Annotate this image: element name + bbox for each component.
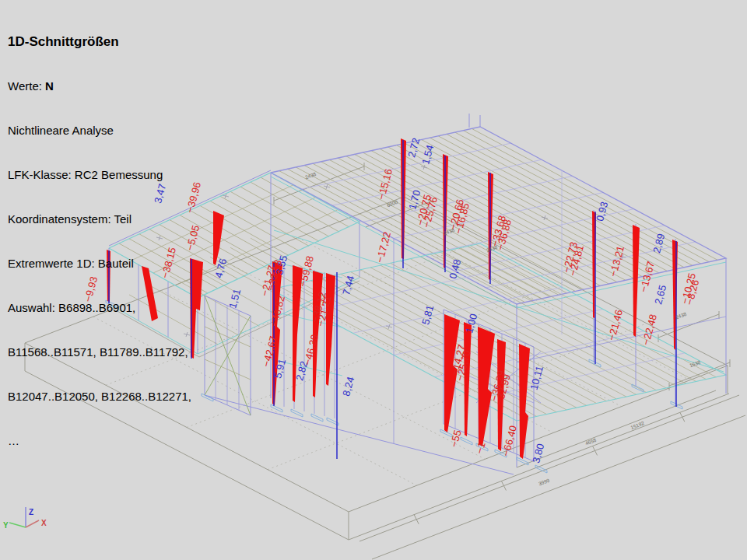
force-value-label: 2,89	[651, 233, 667, 254]
force-value-label: 1,51	[226, 288, 243, 310]
force-value-label: 0,48	[447, 258, 463, 280]
force-value-label: −55	[448, 429, 464, 448]
force-value-label: 1,54	[419, 144, 436, 166]
force-value-label: 2,72	[405, 137, 422, 159]
force-value-label: −1	[473, 441, 487, 455]
force-value-label: 2,65	[652, 284, 668, 306]
force-value-label: 0,93	[594, 201, 610, 222]
force-value-label: 5,81	[419, 304, 436, 326]
force-value-label: −13,67	[637, 261, 657, 294]
force-value-label: 7,44	[340, 275, 356, 296]
panel-title: 1D-Schnittgrößen	[8, 34, 191, 49]
info-line: Nichtlineare Analyse	[8, 123, 191, 138]
coordinate-axes-icon: Z X Y	[3, 507, 47, 530]
dimension-label: 6000	[386, 199, 398, 208]
werte-label: Werte:	[8, 79, 45, 93]
werte-line: Werte: N	[8, 79, 191, 93]
dimension-label: 2438	[304, 171, 317, 180]
x-axis-line	[26, 520, 39, 527]
force-value-label: −22,48	[640, 313, 659, 347]
x-axis-label: X	[41, 519, 47, 527]
force-value-label: −17,22	[374, 231, 393, 264]
force-value-label: −66,40	[500, 425, 519, 458]
werte-value: N	[45, 79, 54, 93]
info-line: Extremwerte 1D: Bauteil	[8, 256, 191, 271]
z-axis-label: Z	[29, 508, 33, 516]
info-line: LFK-Klasse: RC2 Bemessung	[8, 167, 191, 182]
force-value-label: 8,24	[340, 376, 356, 397]
force-value-label: −21,46	[605, 309, 625, 342]
dimension-label: 1638	[689, 359, 701, 369]
force-value-label: 10,11	[528, 365, 545, 391]
force-value-label: 3,80	[530, 443, 546, 464]
dimension-label: 3999	[538, 478, 550, 487]
cad-viewport-window: 1D-Schnittgrößen Werte: N Nichtlineare A…	[0, 0, 747, 560]
y-axis-line	[9, 523, 26, 527]
info-line: …	[8, 433, 191, 448]
info-line: B11568..B11571, B11789..B11792,	[8, 345, 191, 359]
info-line: Koordinatensystem: Teil	[8, 212, 191, 226]
info-line: B12047..B12050, B12268..B12271,	[8, 389, 191, 404]
y-axis-label: Y	[3, 521, 9, 530]
info-line: Auswahl: B6898..B6901,	[8, 300, 191, 315]
result-info-panel: 1D-Schnittgrößen Werte: N Nichtlineare A…	[8, 5, 191, 478]
